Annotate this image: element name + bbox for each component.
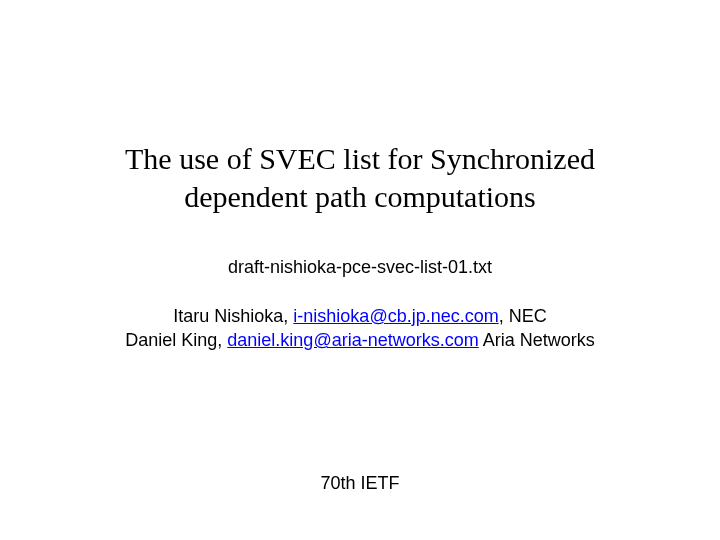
authors-block: Itaru Nishioka, i-nishioka@cb.jp.nec.com… [50, 304, 670, 353]
author-2-affiliation: Aria Networks [479, 330, 595, 350]
author-1-email-link[interactable]: i-nishioka@cb.jp.nec.com [293, 306, 498, 326]
title-line-2: dependent path computations [184, 180, 536, 213]
author-line-1: Itaru Nishioka, i-nishioka@cb.jp.nec.com… [50, 304, 670, 328]
author-2-name: Daniel King, [125, 330, 227, 350]
slide-title: The use of SVEC list for Synchronized de… [50, 140, 670, 215]
author-1-name: Itaru Nishioka, [173, 306, 293, 326]
footer-text: 70th IETF [320, 473, 399, 493]
author-2-email-link[interactable]: daniel.king@aria-networks.com [227, 330, 478, 350]
author-line-2: Daniel King, daniel.king@aria-networks.c… [50, 328, 670, 352]
author-1-affiliation: , NEC [499, 306, 547, 326]
draft-id: draft-nishioka-pce-svec-list-01.txt [50, 257, 670, 278]
slide: The use of SVEC list for Synchronized de… [0, 0, 720, 540]
footer: 70th IETF [0, 473, 720, 494]
title-block: The use of SVEC list for Synchronized de… [50, 140, 670, 215]
title-line-1: The use of SVEC list for Synchronized [125, 142, 595, 175]
subtitle-block: draft-nishioka-pce-svec-list-01.txt [50, 257, 670, 278]
